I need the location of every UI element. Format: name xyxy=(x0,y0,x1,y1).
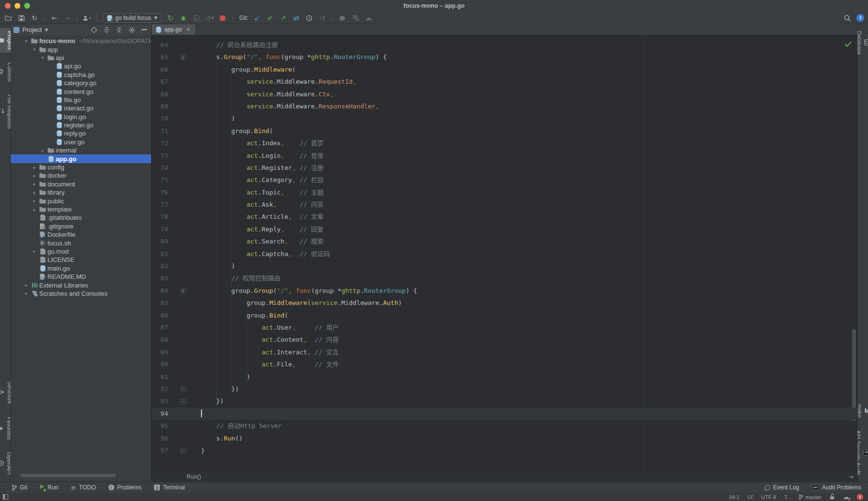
chevron-right-icon[interactable]: ▸ xyxy=(22,283,30,288)
tree-item-docker[interactable]: ▸docker xyxy=(11,171,151,180)
code-line-87[interactable]: 87 act.User, // 用户 xyxy=(152,321,857,334)
fold-end-icon[interactable]: − xyxy=(181,399,186,404)
code-line-94[interactable]: 94 xyxy=(152,408,857,420)
toolwindow-layout-icon[interactable] xyxy=(3,494,8,500)
code-line-81[interactable]: 81 act.Captcha, // 验证码 xyxy=(152,248,857,260)
code-line-64[interactable]: 64 // 前台系统路由注册 xyxy=(152,39,857,51)
expand-all-icon[interactable] xyxy=(103,26,110,34)
history-icon[interactable] xyxy=(305,14,314,22)
line-ending-indicator[interactable]: LF xyxy=(747,494,754,500)
fold-open-icon[interactable]: ∨ xyxy=(181,288,186,293)
save-icon[interactable] xyxy=(17,14,26,22)
tree-item-readme.md[interactable]: MDREADME.MD xyxy=(11,273,151,281)
git-update-icon[interactable]: ↙ xyxy=(253,14,262,22)
user-dropdown-icon[interactable] xyxy=(83,14,92,22)
code-line-66[interactable]: 66 group.Middleware( xyxy=(152,63,857,76)
git-commit-icon[interactable]: ✔ xyxy=(266,14,275,22)
toolwindow-git[interactable]: Git xyxy=(12,484,27,491)
tree-item-dockerfile[interactable]: DDockerfile xyxy=(11,230,151,239)
tree-item-.gitignore[interactable]: .gitignore xyxy=(11,222,151,230)
cloud-icon[interactable]: ☁ xyxy=(364,14,373,22)
tree-item-focus.sh[interactable]: focus.sh xyxy=(11,239,151,247)
code-line-77[interactable]: 77 act.Ask, // 问答 xyxy=(152,198,857,211)
code-line-76[interactable]: 76 act.Topic, // 主题 xyxy=(152,186,857,198)
git-push-icon[interactable]: ↗ xyxy=(279,14,288,22)
run-icon[interactable]: ↻ xyxy=(166,14,175,22)
rollback-icon[interactable]: ↺ xyxy=(318,14,327,22)
locate-icon[interactable] xyxy=(90,26,98,34)
tree-item-internal[interactable]: ▸internal xyxy=(11,146,151,154)
fold-end-icon[interactable]: − xyxy=(181,448,186,453)
coverage-icon[interactable] xyxy=(192,14,201,22)
tree-item-license[interactable]: LICENSE xyxy=(11,256,151,264)
toolwindow-todo[interactable]: ≡ TODO xyxy=(71,484,95,491)
chevron-right-icon[interactable]: ▸ xyxy=(31,249,38,254)
toolwindow-run[interactable]: Run xyxy=(40,484,58,491)
cloud-settings-icon[interactable]: ☁ ⚙ xyxy=(843,493,849,501)
code-line-93[interactable]: 93− }) xyxy=(152,395,857,407)
chevron-right-icon[interactable]: ▸ xyxy=(39,148,46,153)
toolwindow-problems[interactable]: ! Problems xyxy=(108,484,142,491)
chevron-right-icon[interactable]: ▸ xyxy=(31,198,38,203)
breadcrumb[interactable]: Run() xyxy=(186,473,201,480)
sidebar-item-database[interactable]: Database xyxy=(855,28,868,58)
git-merge-icon[interactable]: ⇄ xyxy=(292,14,301,22)
collapse-all-icon[interactable] xyxy=(115,26,123,34)
code-line-86[interactable]: 86 group.Bind( xyxy=(152,309,857,321)
caret-position[interactable]: 94:1 xyxy=(729,494,739,500)
code-line-74[interactable]: 74 act.Register, // 注册 xyxy=(152,162,857,174)
close-icon[interactable]: ✕ xyxy=(186,26,191,33)
tree-item-api.go[interactable]: api.go xyxy=(11,62,151,70)
code-line-65[interactable]: 65∨ s.Group("/", func(group *ghttp.Route… xyxy=(152,51,857,63)
project-panel-title[interactable]: Project xyxy=(22,26,42,33)
code-line-82[interactable]: 82 ) xyxy=(152,260,857,272)
chevron-down-icon[interactable]: ▾ xyxy=(22,39,30,44)
code-line-69[interactable]: 69 service.Middleware.ResponseHandler, xyxy=(152,100,857,112)
unlocked-icon[interactable] xyxy=(829,494,835,501)
code-line-95[interactable]: 95 // 启动Http Server xyxy=(152,420,857,432)
fold-end-icon[interactable]: − xyxy=(181,386,186,392)
tree-item-focus-mono[interactable]: ▾focus-mono~/Workspace/Go/GOPATH/src/git… xyxy=(11,37,151,45)
code-line-75[interactable]: 75 act.Category, // 栏目 xyxy=(152,174,857,186)
tab-app-go[interactable]: app.go ✕ xyxy=(152,24,195,35)
tree-item-file.go[interactable]: file.go xyxy=(11,96,151,104)
sync-icon[interactable]: ↻ xyxy=(30,14,39,22)
tree-item-content.go[interactable]: content.go xyxy=(11,87,151,95)
code-line-97[interactable]: 97−} xyxy=(152,444,857,456)
code-line-88[interactable]: 88 act.Content, // 内容 xyxy=(152,334,857,346)
tree-item-interact.go[interactable]: interact.go xyxy=(11,104,151,112)
tree-item-login.go[interactable]: login.go xyxy=(11,113,151,121)
tree-item-template[interactable]: ▸template xyxy=(11,205,151,213)
sidebar-item-make[interactable]: M make xyxy=(856,401,868,421)
tree-item-api[interactable]: ▾api xyxy=(11,54,151,62)
chevron-down-icon[interactable]: ▾ xyxy=(31,47,38,52)
chevron-down-icon[interactable]: ▼ xyxy=(45,28,48,32)
tree-item-app.go[interactable]: app.go xyxy=(11,154,151,163)
code-line-90[interactable]: 90 act.File, // 文件 xyxy=(152,358,857,370)
hide-panel-icon[interactable] xyxy=(140,26,148,34)
tree-item-go.mod[interactable]: ▸go.mod xyxy=(11,247,151,256)
fatal-error-icon[interactable]: ! xyxy=(857,494,863,500)
tree-item-scratches-and-consoles[interactable]: ▸Scratches and Consoles xyxy=(11,289,151,298)
tree-item-config[interactable]: ▸config xyxy=(11,163,151,171)
tree-item-external-libraries[interactable]: ▸External Libraries xyxy=(11,281,151,289)
profiler-icon[interactable]: ↺▼ xyxy=(205,14,214,22)
code-line-85[interactable]: 85 group.Middleware(service.Middleware.A… xyxy=(152,297,857,309)
run-configuration-select[interactable]: go build focus ▼ xyxy=(103,13,162,23)
git-branch-widget[interactable]: master xyxy=(799,494,822,500)
tree-item-captcha.go[interactable]: captcha.go xyxy=(11,71,151,79)
chevron-right-icon[interactable]: ▸ xyxy=(31,173,38,178)
forward-icon[interactable]: → xyxy=(63,14,72,22)
ide-update-icon[interactable]: ↑ xyxy=(856,14,864,22)
settings-gear-icon[interactable] xyxy=(128,26,136,34)
code-line-73[interactable]: 73 act.Login, // 登录 xyxy=(152,150,857,162)
code-line-79[interactable]: 79 act.Reply, // 回复 xyxy=(152,223,857,235)
code-line-72[interactable]: 72 act.Index, // 首页 xyxy=(152,137,857,149)
code-line-80[interactable]: 80 act.Search, // 搜索 xyxy=(152,235,857,247)
encoding-indicator[interactable]: UTF-8 xyxy=(761,494,776,500)
open-project-icon[interactable] xyxy=(4,14,13,22)
tree-item-category.go[interactable]: category.go xyxy=(11,79,151,87)
code-line-84[interactable]: 84∨ group.Group("/", func(group *ghttp.R… xyxy=(152,285,857,297)
chevron-right-icon[interactable]: ▸ xyxy=(31,207,38,212)
code-line-96[interactable]: 96 s.Run() xyxy=(152,432,857,444)
